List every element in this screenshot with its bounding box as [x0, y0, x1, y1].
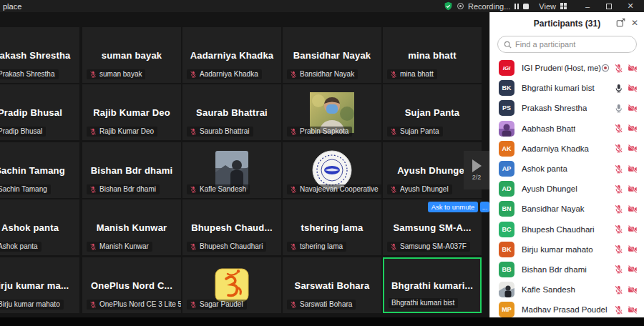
- participant-row[interactable]: BKBirju kumar mahato: [490, 239, 644, 260]
- mic-idle-icon: [614, 104, 623, 113]
- mic-muted-icon: [614, 204, 623, 214]
- participant-row[interactable]: PSPrakash Shrestha: [490, 98, 644, 118]
- minimize-button[interactable]: –: [577, 2, 598, 11]
- mic-muted-icon: [190, 71, 197, 78]
- video-tile[interactable]: Bhgrathi kumari...Bhgrathi kumari bist: [383, 257, 482, 313]
- tile-name-label: Samsung SM-A037F: [387, 242, 470, 252]
- security-shield-icon[interactable]: [444, 1, 453, 11]
- video-tile[interactable]: Manish Kunwar Manish Kunwar: [82, 199, 181, 255]
- video-tile[interactable]: Prakash Shrestha Prakash Shrestha: [0, 27, 79, 83]
- video-tile[interactable]: Sagar Paudel: [182, 257, 281, 313]
- tile-label-text: Pradip Bhusal: [0, 127, 42, 135]
- video-tile[interactable]: Ashok panta Ashok panta: [0, 199, 79, 255]
- video-tile[interactable]: Rajib Kumar Deo Rajib Kumar Deo: [82, 84, 181, 140]
- view-grid-icon: [560, 3, 567, 9]
- tile-participant-name: Ayush Dhungel: [397, 165, 467, 176]
- stop-recording-button[interactable]: [523, 4, 529, 9]
- mic-muted-icon: [390, 243, 397, 250]
- maximize-button[interactable]: [598, 2, 620, 11]
- page-indicator: 2/2: [472, 174, 482, 181]
- participant-photo-avatar: [215, 151, 248, 189]
- mic-muted-icon: [614, 144, 623, 153]
- video-tile[interactable]: Saurab Bhattrai Saurab Bhattrai: [182, 84, 281, 140]
- participant-row[interactable]: APAshok panta: [490, 159, 644, 179]
- participant-row[interactable]: IGIIGI Prudential In...(Host, me): [490, 58, 644, 78]
- tile-name-label: Bansidhar Nayak: [287, 69, 358, 79]
- mic-muted-icon: [290, 128, 297, 135]
- participant-avatar: BC: [499, 222, 514, 237]
- video-tile[interactable]: Bansidhar Nayak Bansidhar Nayak: [283, 27, 381, 83]
- video-tile[interactable]: Sujan Panta Sujan Panta: [383, 84, 482, 140]
- tile-participant-name: tshering lama: [301, 222, 363, 233]
- video-tile[interactable]: Bhupesh Chaud... Bhupesh Chaudhari: [182, 199, 281, 255]
- participant-row[interactable]: BBBishan Bdr dhami: [490, 260, 644, 280]
- participant-row[interactable]: BKBhgrathi kumari bist: [490, 78, 644, 98]
- video-tile[interactable]: Sachin Tamang Sachin Tamang: [0, 142, 79, 198]
- video-tile[interactable]: Aadarniya Khadka Aadarniya Khadka: [182, 27, 281, 83]
- recording-indicator-icon: [457, 3, 464, 9]
- video-tile[interactable]: Sarswati Bohara Sarswati Bohara: [283, 257, 381, 313]
- participant-search[interactable]: [497, 36, 637, 53]
- tile-label-text: Saurab Bhattrai: [200, 127, 250, 135]
- participant-row[interactable]: BNBansidhar Nayak: [490, 199, 644, 219]
- tile-name-label: Bhupesh Chaudhari: [187, 242, 266, 252]
- participant-row[interactable]: ADAyush Dhungel: [490, 179, 644, 199]
- search-input[interactable]: [515, 40, 630, 49]
- camera-off-icon: [628, 286, 638, 294]
- camera-off-icon: [628, 144, 638, 152]
- participant-avatar: [499, 282, 514, 297]
- video-tile[interactable]: Prabin Sapkota: [283, 84, 381, 140]
- participant-avatar: BK: [499, 80, 514, 96]
- participant-avatar: AD: [499, 181, 514, 197]
- mic-muted-icon: [89, 301, 97, 308]
- video-tile[interactable]: Bishan Bdr dhami Bishan Bdr dhami: [82, 142, 181, 198]
- close-window-button[interactable]: ✕: [620, 1, 641, 11]
- tile-participant-name: mina bhatt: [408, 50, 457, 61]
- participant-name: Aabhash Bhatt: [522, 124, 575, 133]
- video-tile[interactable]: mina bhatt mina bhatt: [383, 27, 482, 83]
- tile-participant-name: Sujan Panta: [405, 107, 460, 118]
- tile-label-text: Prabin Sapkota: [300, 127, 348, 135]
- participant-row[interactable]: BCBhupesh Chaudhari: [490, 219, 644, 239]
- pop-out-icon[interactable]: [616, 18, 625, 27]
- video-tile[interactable]: Birju kumar ma... Birju kumar mahato: [0, 257, 79, 313]
- mic-muted-icon: [614, 184, 623, 194]
- participant-name: Bansidhar Nayak: [522, 204, 585, 213]
- tile-label-text: Sagar Paudel: [200, 300, 243, 308]
- participant-name: Kafle Sandesh: [522, 285, 575, 294]
- camera-off-icon: [628, 205, 638, 213]
- participant-row[interactable]: Kafle Sandesh: [490, 280, 644, 300]
- camera-off-icon: [628, 165, 638, 173]
- tile-participant-name: Ashok panta: [1, 222, 59, 233]
- view-button[interactable]: View: [539, 2, 567, 11]
- video-tile[interactable]: OnePlus Nord C... OnePlus Nord CE 3 Lite…: [82, 257, 181, 313]
- participant-photo-avatar: [499, 282, 514, 297]
- tile-label-text: Ayush Dhungel: [400, 185, 449, 193]
- ask-to-unmute-button[interactable]: Ask to unmute: [428, 202, 478, 212]
- mic-muted-icon: [614, 244, 623, 254]
- participant-avatar: AP: [499, 161, 514, 177]
- next-page-button[interactable]: 2/2: [464, 151, 489, 189]
- video-tile[interactable]: Kafle Sandesh: [182, 142, 281, 198]
- participant-row[interactable]: Aabhash Bhatt: [490, 119, 644, 139]
- video-tile[interactable]: suman bayak suman bayak: [82, 27, 181, 83]
- tile-name-label: Pradip Bhusal: [0, 127, 46, 137]
- tile-label-text: Navajeevan Cooperative: [300, 185, 379, 193]
- participants-panel: Participants (31) ✕ IGIIGI Prudential In…: [489, 12, 644, 317]
- participants-header: Participants (31) ✕: [490, 12, 644, 31]
- participant-row[interactable]: AKAadarniya Khadka: [490, 139, 644, 159]
- participants-list: IGIIGI Prudential In...(Host, me) BKBhgr…: [490, 56, 644, 320]
- video-tile[interactable]: tshering lama tshering lama: [283, 199, 381, 255]
- video-tile[interactable]: Pradip Bhusal Pradip Bhusal: [0, 84, 79, 140]
- tile-name-label: Ashok panta: [0, 242, 42, 252]
- tile-participant-name: Pradip Bhusal: [0, 107, 62, 118]
- close-panel-icon[interactable]: ✕: [631, 19, 638, 27]
- pause-recording-button[interactable]: [514, 4, 519, 9]
- participant-name: Ayush Dhungel: [522, 184, 577, 193]
- participant-name: Bhupesh Chaudhari: [522, 225, 595, 234]
- video-tile[interactable]: Navajeevan Cooperative: [283, 142, 381, 198]
- tile-participant-name: Bansidhar Nayak: [293, 50, 371, 61]
- mic-muted-icon: [290, 301, 297, 308]
- participant-avatar: MP: [499, 302, 514, 317]
- more-options-button[interactable]: ...: [480, 202, 489, 212]
